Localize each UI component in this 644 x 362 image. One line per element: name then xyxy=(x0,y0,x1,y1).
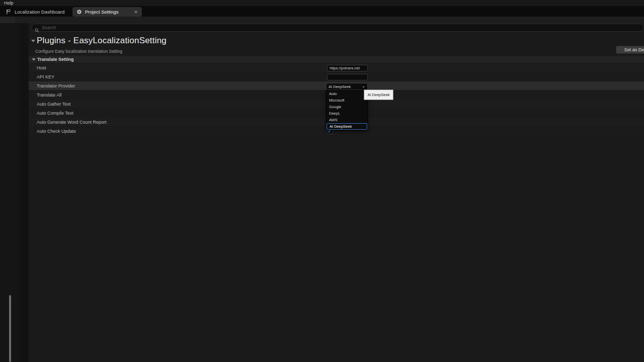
host-input[interactable] xyxy=(327,65,368,71)
tab-label: Localization Dashboard xyxy=(15,9,64,15)
option-ai-deepseek[interactable]: AI DeepSeek xyxy=(327,123,367,130)
search-icon xyxy=(35,26,39,30)
row-label: Translator Provider xyxy=(37,83,75,88)
option-google[interactable]: Google xyxy=(327,104,367,110)
app-window: Help Localization Dashboard Project Sett… xyxy=(0,0,644,362)
translator-provider-dropdown[interactable]: AI DeepSeek ⌄ xyxy=(326,83,368,90)
search-bar[interactable]: Search xyxy=(31,24,644,32)
menu-help[interactable]: Help xyxy=(4,0,14,6)
row-host[interactable]: Host xyxy=(29,63,644,72)
tooltip: AI DeepSeek xyxy=(364,89,393,100)
toolbar-strip xyxy=(0,17,644,23)
close-tab-icon[interactable]: ✕ xyxy=(134,10,138,15)
menu-bar: Help xyxy=(0,0,644,6)
settings-icon xyxy=(76,9,82,15)
tab-localization-dashboard[interactable]: Localization Dashboard xyxy=(2,7,71,17)
row-label: API KEY xyxy=(37,74,54,79)
chevron-down-icon: ⌄ xyxy=(362,84,365,88)
set-as-default-button[interactable]: Set as Default xyxy=(616,46,644,54)
page-subtitle: Configure Easy localization translation … xyxy=(35,49,122,54)
toolbar-strip-left xyxy=(0,17,15,23)
api-key-input[interactable] xyxy=(327,74,368,80)
row-api-key[interactable]: API KEY xyxy=(29,72,644,81)
option-microsoft[interactable]: Microsoft xyxy=(327,97,367,104)
option-aws[interactable]: AWS xyxy=(327,117,367,123)
row-translator-provider[interactable]: Translator Provider AI DeepSeek ⌄ xyxy=(29,81,644,90)
vertical-scrollbar[interactable] xyxy=(9,295,11,362)
row-label: Auto Compile Text xyxy=(37,111,73,116)
tab-label: Project Settings xyxy=(85,9,119,15)
row-label: Auto Generate Word Count Report xyxy=(37,120,106,125)
tooltip-text: AI DeepSeek xyxy=(367,93,389,97)
tab-project-settings[interactable]: Project Settings ✕ xyxy=(72,7,142,17)
flag-icon xyxy=(6,9,12,15)
row-label: Auto Gather Text xyxy=(37,102,70,107)
section-collapse-arrow-icon xyxy=(32,58,36,61)
page-title: Plugins - EasyLocalizationSetting xyxy=(37,36,167,46)
left-gutter-divider xyxy=(20,23,29,362)
row-label: Auto Check Update xyxy=(37,129,76,134)
tab-bar: Localization Dashboard Project Settings … xyxy=(0,6,644,17)
collapse-arrow-icon[interactable] xyxy=(31,40,35,42)
option-auto[interactable]: Auto xyxy=(327,90,367,97)
row-label: Translate All xyxy=(37,93,61,98)
translator-provider-options-popup: Auto Microsoft Google DeepL AWS AI DeepS… xyxy=(326,90,368,130)
row-label: Host xyxy=(37,65,46,70)
section-title: Translate Setting xyxy=(37,57,74,62)
dropdown-selected-value: AI DeepSeek xyxy=(329,84,351,89)
search-placeholder: Search xyxy=(42,25,56,30)
section-translate-setting[interactable]: Translate Setting xyxy=(29,56,644,63)
option-deepl[interactable]: DeepL xyxy=(327,110,367,117)
